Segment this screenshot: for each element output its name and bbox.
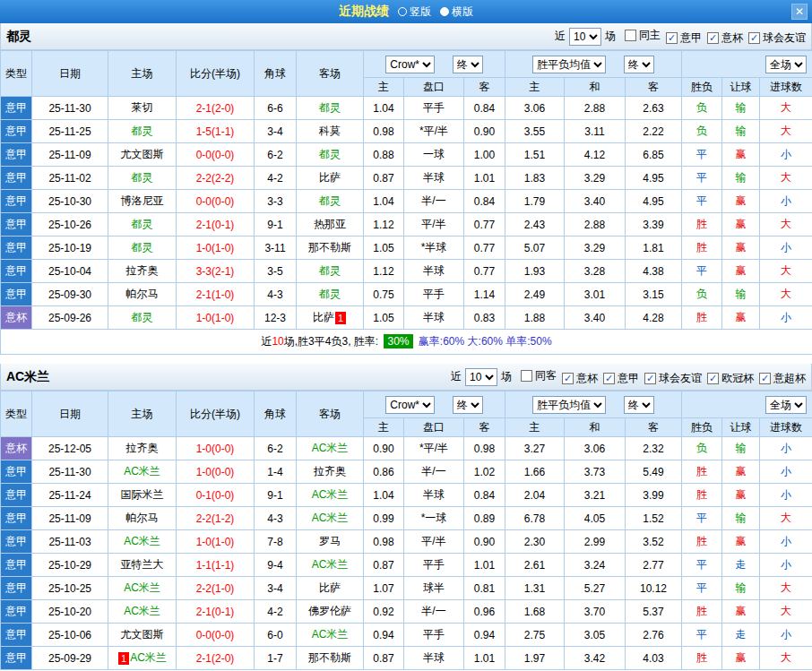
result-handicap: 赢 [722,484,760,507]
mode-vertical[interactable]: 竖版 [398,4,431,20]
corners: 3-4 [255,577,297,600]
avg-home: 1.68 [505,600,565,624]
away-odds: 0.89 [464,507,505,530]
home-team: 1AC米兰 [108,647,177,670]
close-icon[interactable]: ✕ [791,4,808,20]
team-label: 拉齐奥 [314,465,346,477]
odds-source-select[interactable]: Crow* [385,396,435,414]
checkbox-box-icon[interactable] [521,370,532,382]
subcol-wdl: 胜负 [682,78,722,97]
home-odds: 0.98 [364,530,404,554]
scope-select[interactable]: 全场 [765,56,807,73]
score: 1-1(1-1) [177,554,255,577]
handicap: *半球 [404,237,464,260]
filter-checkboxes: 同客✓意杯✓意甲✓球会友谊✓欧冠杯✓意超杯 [515,368,806,386]
result-wdl: 负 [682,120,722,143]
final-avg-select[interactable]: 终 [624,396,654,414]
team-label: 国际米兰 [121,488,164,501]
match-date: 25-12-05 [32,437,108,460]
result-goals: 大 [760,600,812,624]
checkbox-box-icon[interactable] [625,30,636,41]
scope-group: 全场 [682,391,812,418]
filter-checkbox[interactable]: ✓欧冠杯 [707,371,754,386]
result-wdl: 负 [682,437,722,460]
match-row: 意甲25-09-30帕尔马2-1(1-0)4-3都灵0.75平手1.142.49… [1,283,812,306]
avg-home: 3.06 [505,97,565,120]
final-odds-select[interactable]: 终 [453,396,483,414]
home-team: 都灵 [108,306,177,330]
filter-checkbox[interactable]: ✓意杯 [562,371,598,386]
result-goals: 大 [760,647,812,670]
result-handicap: 输 [722,437,760,460]
result-goals: 小 [760,306,812,330]
away-team: 那不勒斯 [297,237,364,260]
mode-vertical-label: 竖版 [410,4,431,20]
final-avg-select[interactable]: 终 [624,56,654,73]
handicap: 半/一 [404,460,464,484]
competition-type: 意甲 [1,237,32,260]
checkbox-box-icon[interactable]: ✓ [707,32,719,44]
result-wdl: 胜 [682,530,722,554]
result-goals: 大 [760,213,812,237]
radio-icon-horizontal[interactable] [440,7,449,16]
away-odds: 0.84 [464,190,505,213]
avg-draw: 3.40 [565,190,626,213]
subcol-avg-away: 客 [626,78,682,97]
corners: 3-4 [255,120,297,143]
team-label: 博洛尼亚 [121,194,164,207]
avg-odds-select[interactable]: 胜平负均值 [532,396,606,414]
away-team: 都灵 [297,97,364,120]
handicap: *平/半 [404,120,464,143]
corners: 12-3 [255,306,297,330]
filter-checkbox[interactable]: 同主 [625,28,661,43]
handicap: 平/半 [404,530,464,554]
match-count-select[interactable]: 10 [465,368,497,386]
team-section: 都灵 近 10 场 同主✓意甲✓意杯✓球会友谊 类型 日期 主场 比分(半场) … [0,23,812,355]
away-odds: 0.94 [464,624,505,647]
home-odds: 0.87 [364,167,404,190]
filter-checkbox[interactable]: ✓意杯 [707,30,743,46]
checkbox-box-icon[interactable]: ✓ [748,32,760,44]
away-odds: 1.00 [464,143,505,167]
avg-odds-select[interactable]: 胜平负均值 [532,56,606,73]
checkbox-box-icon[interactable]: ✓ [603,373,615,384]
match-date: 25-11-09 [32,507,108,530]
filter-checkbox[interactable]: ✓意甲 [666,30,702,46]
result-goals: 大 [760,507,812,530]
team-section: AC米兰 近 10 场 同客✓意杯✓意甲✓球会友谊✓欧冠杯✓意超杯 类型 日期 … [0,364,812,670]
scope-select[interactable]: 全场 [765,396,807,414]
corners: 9-1 [255,484,297,507]
home-odds: 0.75 [364,283,404,306]
filter-checkbox[interactable]: ✓意甲 [603,371,639,386]
checkbox-box-icon[interactable]: ✓ [707,373,719,384]
odds-source-select[interactable]: Crow* [385,56,435,73]
checkbox-box-icon[interactable]: ✓ [562,373,574,384]
home-odds: 1.04 [364,97,404,120]
checkbox-box-icon[interactable]: ✓ [666,32,678,44]
team-label: 都灵 [132,218,153,230]
avg-away: 3.99 [626,484,682,507]
score: 1-0(1-0) [177,306,255,330]
odds-source-group: Crow* 终 [364,51,505,78]
odds-source-group: Crow* 终 [364,391,505,418]
scope-group: 全场 [682,51,812,78]
result-goals: 小 [760,554,812,577]
match-row: 意甲25-11-30AC米兰1-0(0-0)1-4拉齐奥0.86半/一1.021… [1,460,812,484]
score: 2-1(2-0) [177,97,255,120]
checkbox-box-icon[interactable]: ✓ [644,373,656,384]
match-date: 25-11-24 [32,484,108,507]
handicap: 平/半 [404,213,464,237]
checkbox-box-icon[interactable]: ✓ [759,373,771,384]
result-handicap: 输 [722,120,760,143]
filter-checkbox[interactable]: 同客 [521,368,557,383]
filter-checkbox[interactable]: ✓球会友谊 [748,30,806,46]
final-odds-select[interactable]: 终 [453,56,483,73]
mode-horizontal[interactable]: 横版 [440,4,473,20]
score: 2-2(1-0) [177,577,255,600]
radio-icon-vertical[interactable] [398,7,407,16]
filter-checkbox[interactable]: ✓意超杯 [759,371,806,386]
match-count-select[interactable]: 10 [569,28,601,46]
away-team: AC米兰 [297,484,364,507]
avg-away: 4.28 [626,306,682,330]
filter-checkbox[interactable]: ✓球会友谊 [644,371,702,386]
